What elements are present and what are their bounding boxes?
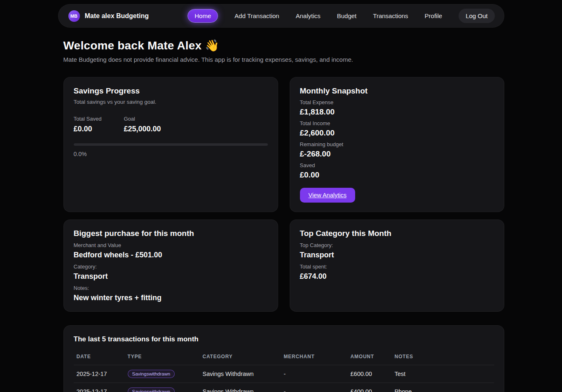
logout-button[interactable]: Log Out [459,9,494,23]
transactions-card: The last 5 transactions for this month D… [63,325,504,392]
goal-stat: Goal £25,000.00 [124,116,161,133]
total-income-stat: Total Income £2,600.00 [300,120,494,138]
brand-logo-icon: MB [68,10,80,22]
cell-notes: Phone [392,388,494,392]
nav-item-transactions[interactable]: Transactions [373,12,408,19]
total-expense-stat: Total Expense £1,818.00 [300,99,494,117]
total-saved-value: £0.00 [74,125,102,133]
remaining-budget-value: £-268.00 [300,149,494,159]
monthly-snapshot-card: Monthly Snapshot Total Expense £1,818.00… [290,77,504,212]
savings-progress-bar [74,143,268,146]
biggest-purchase-title: Biggest purchase for this month [74,229,268,238]
category-label: Category: [74,264,268,270]
column-header-amount: AMOUNT [348,354,392,359]
savings-progress-percent: 0.0% [74,151,268,157]
savings-progress-card: Savings Progress Total savings vs your s… [63,77,278,212]
column-header-notes: NOTES [392,354,494,359]
remaining-budget-label: Remaining budget [300,141,494,147]
cell-type: Savingswithdrawn [125,387,200,392]
cell-category: Savings Withdrawn [200,371,281,377]
savings-progress-stats: Total Saved £0.00 Goal £25,000.00 [74,116,268,133]
table-row: 2025-12-17 Savingswithdrawn Savings With… [74,365,494,383]
cards-grid: Savings Progress Total savings vs your s… [58,77,504,312]
top-category-title: Top Category this Month [300,229,494,238]
cell-amount: £400.00 [348,388,392,392]
page-title: Welcome back Mate Alex 👋 [63,39,504,52]
nav-item-analytics[interactable]: Analytics [296,12,321,19]
goal-value: £25,000.00 [124,125,161,133]
nav-item-budget[interactable]: Budget [337,12,357,19]
welcome-section: Welcome back Mate Alex 👋 Mate Budgeting … [58,39,504,63]
total-income-label: Total Income [300,120,494,126]
column-header-date: DATE [74,354,125,359]
total-income-value: £2,600.00 [300,128,494,138]
merchant-value: Bedford wheels - £501.00 [74,251,268,259]
saved-value: £0.00 [300,170,494,180]
nav-links: Home Add Transaction Analytics Budget Tr… [187,9,494,23]
total-saved-label: Total Saved [74,116,102,122]
page: MB Mate alex Budgeting Home Add Transact… [58,0,504,392]
cell-date: 2025-12-17 [74,388,125,392]
saved-label: Saved [300,162,494,168]
notes-label: Notes: [74,285,268,291]
column-header-type: TYPE [125,354,200,359]
saved-stat: Saved £0.00 [300,162,494,180]
cell-merchant: - [281,388,348,392]
table-row: 2025-12-17 Savingswithdrawn Savings With… [74,383,494,392]
goal-label: Goal [124,116,161,122]
savings-progress-subtitle: Total savings vs your saving goal. [74,99,268,105]
brand-name: Mate alex Budgeting [85,12,149,20]
total-spent-label: Total spent: [300,264,494,270]
transactions-table: DATE TYPE CATEGORY MERCHANT AMOUNT NOTES… [74,350,494,392]
top-category-value: Transport [300,251,494,259]
page-subtitle: Mate Budgeting does not provide financia… [63,56,504,63]
biggest-purchase-card: Biggest purchase for this month Merchant… [63,219,278,312]
remaining-budget-stat: Remaining budget £-268.00 [300,141,494,159]
cell-merchant: - [281,371,348,377]
type-badge: Savingswithdrawn [128,370,175,378]
table-header-row: DATE TYPE CATEGORY MERCHANT AMOUNT NOTES [74,350,494,365]
navbar: MB Mate alex Budgeting Home Add Transact… [58,4,504,28]
notes-value: New winter tyres + fitting [74,294,268,302]
column-header-merchant: MERCHANT [281,354,348,359]
merchant-value-label: Merchant and Value [74,242,268,248]
total-saved-stat: Total Saved £0.00 [74,116,102,133]
type-badge: Savingswithdrawn [128,387,175,392]
nav-item-home[interactable]: Home [187,9,218,23]
cell-notes: Test [392,371,494,377]
cell-type: Savingswithdrawn [125,370,200,378]
cell-category: Savings Withdrawn [200,388,281,392]
nav-item-add-transaction[interactable]: Add Transaction [234,12,279,19]
top-category-label: Top Category: [300,242,494,248]
savings-progress-title: Savings Progress [74,86,268,96]
transactions-title: The last 5 transactions for this month [74,335,494,343]
total-expense-label: Total Expense [300,99,494,105]
nav-item-profile[interactable]: Profile [425,12,443,19]
total-expense-value: £1,818.00 [300,107,494,117]
category-value: Transport [74,272,268,281]
column-header-category: CATEGORY [200,354,281,359]
top-category-card: Top Category this Month Top Category: Tr… [290,219,504,312]
cell-date: 2025-12-17 [74,371,125,377]
monthly-snapshot-title: Monthly Snapshot [300,86,494,96]
total-spent-value: £674.00 [300,272,494,281]
brand[interactable]: MB Mate alex Budgeting [68,10,149,22]
view-analytics-button[interactable]: View Analytics [300,188,355,203]
cell-amount: £600.00 [348,371,392,377]
